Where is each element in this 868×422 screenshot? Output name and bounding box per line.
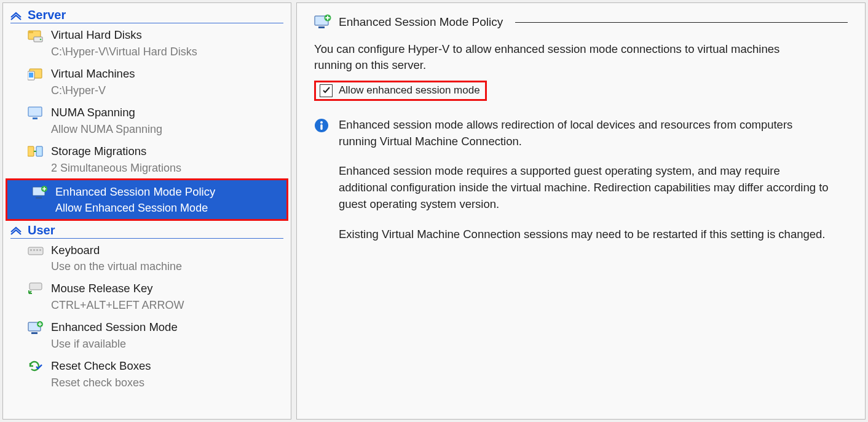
info-p1: Enhanced session mode allows redirection… [339,117,831,150]
svg-rect-12 [36,197,42,199]
svg-rect-10 [36,146,42,156]
svg-point-3 [40,39,42,41]
svg-point-27 [320,121,323,124]
keyboard-icon [28,244,44,258]
nav-item-sub: C:\Hyper-V\Virtual Hard Disks [51,44,197,60]
monitor-plus-icon [32,185,48,200]
nav-item-title: Virtual Hard Disks [51,27,197,44]
header-rule [515,22,848,23]
svg-rect-17 [36,249,38,251]
highlight-box: Enhanced Session Mode Policy Allow Enhan… [6,178,288,221]
section-server[interactable]: Server [10,8,283,23]
detail-title: Enhanced Session Mode Policy [339,15,503,29]
nav-item-sub: Allow NUMA Spanning [51,121,162,137]
svg-rect-15 [30,249,32,251]
svg-rect-16 [33,249,35,251]
checkbox-label: Allow enhanced session mode [339,84,480,97]
collapse-icon [10,11,22,20]
allow-enhanced-session-checkbox[interactable]: Allow enhanced session mode [314,81,487,101]
folder-disk-icon [28,28,44,43]
svg-rect-28 [320,124,322,130]
nav-virtual-machines[interactable]: Virtual Machines C:\Hyper-V [3,62,291,101]
nav-item-title: Mouse Release Key [51,281,184,297]
section-user-label: User [28,223,55,237]
collapse-icon [10,226,22,234]
checkbox-icon [320,84,333,97]
nav-item-title: Storage Migrations [51,143,181,160]
nav-virtual-hard-disks[interactable]: Virtual Hard Disks C:\Hyper-V\Virtual Ha… [3,23,291,62]
nav-item-title: Virtual Machines [51,66,135,82]
monitor-icon [28,106,44,121]
svg-rect-8 [33,117,37,119]
nav-enhanced-session-policy[interactable]: Enhanced Session Mode Policy Allow Enhan… [7,180,286,219]
svg-rect-6 [29,73,33,78]
section-server-label: Server [28,8,66,22]
nav-item-sub: 2 Simultaneous Migrations [51,160,181,176]
mouse-release-icon [28,282,44,297]
svg-rect-19 [30,283,42,290]
nav-item-title: Enhanced Session Mode [51,319,178,336]
svg-rect-7 [28,107,42,116]
detail-header: Enhanced Session Mode Policy [314,14,848,30]
monitor-plus-icon [28,320,44,335]
section-user[interactable]: User [10,223,283,239]
svg-rect-9 [28,146,34,156]
storage-migration-icon [28,145,44,159]
nav-keyboard[interactable]: Keyboard Use on the virtual machine [3,239,291,277]
folder-vm-icon [28,67,44,82]
detail-pane: Enhanced Session Mode Policy You can con… [296,2,866,420]
nav-reset-check-boxes[interactable]: Reset Check Boxes Reset check boxes [3,354,291,393]
nav-item-sub: Allow Enhanced Session Mode [55,200,215,216]
nav-pane: Server Virtual Hard Disks C:\Hyper-V\Vir… [2,2,291,420]
nav-item-sub: Reset check boxes [51,375,151,391]
info-p3: Existing Virtual Machine Connection sess… [339,226,831,243]
info-p2: Enhanced session mode requires a support… [339,163,831,212]
nav-item-sub: Use on the virtual machine [51,258,182,274]
settings-window: Server Virtual Hard Disks C:\Hyper-V\Vir… [0,0,868,422]
nav-item-sub: Use if available [51,336,178,352]
monitor-plus-icon [314,14,331,30]
nav-item-title: Enhanced Session Mode Policy [55,184,215,201]
nav-storage-migrations[interactable]: Storage Migrations 2 Simultaneous Migrat… [3,140,291,178]
svg-rect-1 [28,31,33,33]
detail-description: You can configure Hyper-V to allow enhan… [314,41,818,73]
nav-mouse-release-key[interactable]: Mouse Release Key CTRL+ALT+LEFT ARROW [3,277,291,316]
reset-check-icon [28,359,44,374]
nav-numa-spanning[interactable]: NUMA Spanning Allow NUMA Spanning [3,101,291,140]
nav-item-sub: C:\Hyper-V [51,82,135,98]
nav-enhanced-session-mode[interactable]: Enhanced Session Mode Use if available [3,316,291,354]
nav-item-title: NUMA Spanning [51,105,162,121]
nav-item-title: Reset Check Boxes [51,358,151,375]
svg-rect-18 [39,249,41,251]
nav-item-sub: CTRL+ALT+LEFT ARROW [51,297,184,313]
info-text: Enhanced session mode allows redirection… [339,117,831,257]
info-icon [314,118,329,133]
svg-rect-24 [318,26,325,28]
nav-item-title: Keyboard [51,242,182,259]
svg-rect-21 [31,332,37,334]
info-block: Enhanced session mode allows redirection… [314,117,831,257]
